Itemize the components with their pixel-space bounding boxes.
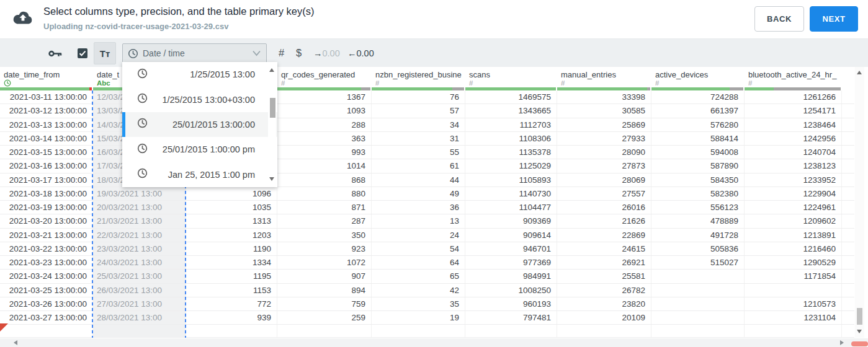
table-cell: 1195 — [186, 270, 277, 283]
dropdown-options: 1/25/2015 13:001/25/2015 13:00+03:0025/0… — [122, 62, 277, 187]
column-header[interactable]: scans# — [465, 67, 557, 90]
scroll-up-icon[interactable] — [269, 68, 274, 72]
table-cell: 23/03/2021 13:00 — [93, 242, 186, 255]
next-button[interactable]: NEXT — [810, 6, 858, 32]
vertical-scrollbar[interactable] — [855, 67, 864, 338]
dropdown-option[interactable]: 1/25/2015 13:00 — [122, 62, 277, 87]
table-cell: 27933 — [557, 132, 651, 145]
table-cell: 19/03/2021 13:00 — [93, 187, 186, 200]
table-cell: 1242956 — [745, 132, 842, 145]
table-cell: 909614 — [465, 229, 557, 242]
dropdown-option[interactable]: 25/01/2015 1:00:00 pm — [122, 137, 277, 162]
vertical-scrollbar-thumb[interactable] — [857, 308, 862, 325]
table-row: 2021-03-18 13:00:0019/03/2021 13:0010968… — [0, 187, 854, 201]
table-cell: 909369 — [465, 214, 557, 227]
column-name: manual_entries — [561, 70, 649, 79]
table-cell: 1093 — [277, 104, 372, 117]
table-cell: 1233952 — [745, 174, 842, 187]
table-row: 2021-03-22 13:00:0023/03/2021 13:0011909… — [0, 242, 854, 256]
column-header[interactable]: manual_entries# — [557, 67, 651, 90]
horizontal-scrollbar[interactable] — [0, 338, 868, 347]
dropdown-scrollbar[interactable] — [268, 63, 276, 186]
horizontal-scrollbar-thumb[interactable] — [851, 341, 868, 346]
increase-precision-button[interactable]: →0.00 — [313, 48, 340, 58]
dropdown-option-label: 1/25/2015 13:00+03:00 — [148, 95, 277, 105]
scroll-down-icon[interactable] — [857, 330, 862, 333]
table-cell: 22/03/2021 13:00 — [93, 229, 186, 242]
dropdown-scrollbar-thumb[interactable] — [270, 98, 275, 118]
dropdown-option[interactable]: Jan 25, 2015 1:00 pm — [122, 162, 277, 187]
table-cell: 64 — [372, 256, 465, 269]
datetime-format-select[interactable]: Date / time — [122, 43, 267, 63]
integer-type-button[interactable]: # — [279, 47, 284, 59]
table-cell: 1209602 — [745, 214, 842, 227]
text-type-button[interactable]: Tт — [94, 42, 116, 64]
table-cell: 1105893 — [465, 174, 557, 187]
table-cell: 55 — [372, 146, 465, 159]
page-title: Select columns type, precision, and the … — [43, 6, 315, 17]
table-cell: 2021-03-19 13:00:00 — [0, 201, 93, 214]
table-cell: 797481 — [465, 311, 557, 324]
column-header[interactable]: bluetooth_active_24_hr_# — [745, 67, 842, 90]
dropdown-option[interactable]: 25/01/2015 13:00:00 — [122, 112, 277, 137]
clock-type-icon — [4, 79, 91, 88]
clock-icon — [128, 48, 138, 59]
clock-icon — [137, 118, 148, 131]
number-type-label: # — [469, 79, 555, 88]
scroll-left-icon[interactable] — [14, 340, 17, 345]
table-cell: 26921 — [557, 256, 651, 269]
scroll-down-icon[interactable] — [269, 177, 274, 181]
primary-key-button[interactable] — [48, 50, 63, 58]
table-cell: 25/03/2021 13:00 — [93, 270, 186, 283]
scroll-right-icon[interactable] — [840, 340, 844, 345]
table-cell: 2021-03-23 13:00:00 — [0, 256, 93, 269]
table-cell: 76 — [372, 90, 465, 103]
table-cell: 2021-03-20 13:00:00 — [0, 214, 93, 227]
table-cell — [745, 284, 842, 297]
table-cell — [93, 325, 186, 337]
table-cell: 2021-03-24 13:00:00 — [0, 270, 93, 283]
table-cell: 1135378 — [465, 146, 557, 159]
table-row: 2021-03-21 13:00:0022/03/2021 13:0012033… — [0, 229, 854, 242]
table-cell: 26/03/2021 13:00 — [93, 284, 186, 297]
table-cell: 1014 — [277, 159, 372, 172]
table-cell — [651, 325, 745, 337]
table-cell: 1469575 — [465, 90, 557, 103]
table-cell: 1240704 — [745, 146, 842, 159]
table-cell: 1313 — [186, 214, 277, 227]
table-cell: 259 — [277, 311, 372, 324]
table-cell: 1216460 — [745, 242, 842, 255]
table-cell: 1254171 — [745, 104, 842, 117]
datetime-select-value: Date / time — [143, 48, 252, 58]
table-cell: 894 — [277, 284, 372, 297]
table-cell: 1096 — [186, 187, 277, 200]
currency-type-button[interactable]: $ — [296, 47, 302, 59]
column-header[interactable]: qr_codes_generated# — [277, 67, 372, 90]
table-cell: 478889 — [651, 214, 745, 227]
number-type-label: # — [655, 79, 742, 88]
scroll-up-icon[interactable] — [857, 71, 862, 74]
column-header[interactable]: active_devices# — [651, 67, 745, 90]
column-name: qr_codes_generated — [281, 70, 369, 79]
table-cell: 588414 — [651, 132, 745, 145]
text-type-label: Tт — [100, 48, 110, 59]
table-cell — [277, 325, 372, 337]
page-header: Select columns type, precision, and the … — [0, 0, 868, 38]
table-cell: 2021-03-11 13:00:00 — [0, 90, 93, 103]
column-header[interactable]: nzbn_registered_busine# — [372, 67, 465, 90]
table-cell: 31 — [372, 132, 465, 145]
table-cell — [651, 297, 745, 310]
back-button[interactable]: BACK — [754, 6, 804, 32]
table-cell — [465, 325, 557, 337]
boolean-type-checkbox[interactable] — [78, 48, 87, 58]
dropdown-option[interactable]: 1/25/2015 13:00+03:00 — [122, 87, 277, 112]
decrease-precision-button[interactable]: ←0.00 — [347, 48, 374, 58]
column-header[interactable]: date_time_from — [0, 67, 93, 90]
table-cell: 1112703 — [465, 118, 557, 131]
table-cell: 34 — [372, 118, 465, 131]
table-cell: 30585 — [557, 104, 651, 117]
table-cell: 1224961 — [745, 201, 842, 214]
table-cell: 25581 — [557, 270, 651, 283]
datetime-format-dropdown: 1/25/2015 13:001/25/2015 13:00+03:0025/0… — [122, 62, 277, 187]
table-cell: 20109 — [557, 311, 651, 324]
